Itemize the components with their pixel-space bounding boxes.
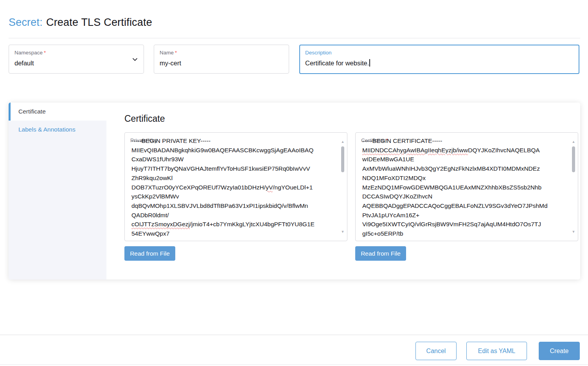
scroll-down-icon[interactable]: ▼: [340, 230, 345, 234]
name-label-text: Name: [160, 50, 174, 56]
key-line: HjuyT7ITHT7byQNaVGHAJtemflYvToHuSF1kwsiE…: [131, 164, 334, 173]
scroll-up-icon[interactable]: ▲: [571, 140, 576, 144]
text-caret: [369, 59, 370, 67]
description-label: Description: [305, 49, 574, 56]
certificate-textarea[interactable]: Certificate* -----BEGIN CERTIFICATE-----…: [355, 132, 578, 241]
name-field[interactable]: Name* my-cert: [154, 45, 289, 74]
key-line: QADbR0ldmt/: [131, 211, 334, 220]
key-line: NDQ1MFoXDTI2MDQx: [362, 173, 565, 183]
key-line: cOIJTTzSmoyxDGezj/jmioT4+cb7YmKkgLYjtcXU…: [131, 220, 334, 229]
title-divider: [9, 38, 580, 38]
key-line: ZhR9kqu2owKl: [131, 173, 334, 183]
key-line: dqBQvMOhp1XLSBVJVLbd8dTfIBPa63V1xPI1ipsk…: [131, 201, 334, 211]
page-bottom-divider: [0, 364, 588, 365]
key-line: DOB7XTuzrO0yYCeXPqOREUf7WzyIa01bDHzH/yV/…: [131, 183, 334, 192]
key-line: MIIEvQIBADANBgkqhkiG9w0BAQEFAASCBKcwggSj…: [131, 146, 334, 155]
cancel-button[interactable]: Cancel: [415, 342, 457, 360]
chevron-down-icon: [131, 56, 138, 63]
scroll-down-icon[interactable]: ▼: [571, 230, 576, 234]
description-field[interactable]: Description Certificate for website.: [299, 45, 579, 74]
required-asterisk: *: [44, 50, 46, 56]
key-line: gI5c+o5ERP/tb: [362, 229, 565, 237]
key-line: PtvJA1pUYcAm16Z+: [362, 211, 565, 220]
certificate-read-from-file-button[interactable]: Read from File: [355, 246, 406, 261]
scroll-up-icon[interactable]: ▲: [340, 140, 345, 144]
namespace-value: default: [14, 59, 138, 67]
private-key-content: -----BEGIN PRIVATE KEY-----MIIEvQIBADANB…: [131, 136, 334, 237]
tab-labels-annotations-label: Labels & Annotations: [18, 126, 76, 133]
resource-kind-label: Secret:: [9, 16, 43, 28]
tab-certificate-label: Certificate: [18, 108, 46, 115]
tab-certificate[interactable]: Certificate: [9, 103, 106, 121]
description-value: Certificate for website.: [305, 59, 574, 67]
key-line: AxMVbWluaWNhIHJvb3QgY2EgNzFkNzlxMB4XDTI0…: [362, 164, 565, 173]
description-value-text: Certificate for website.: [305, 59, 369, 67]
page-title-text: Create TLS Certificate: [46, 16, 152, 28]
private-key-read-from-file-button[interactable]: Read from File: [124, 246, 175, 261]
key-line: wIDEeMBwGA1UE: [362, 155, 565, 164]
scrollbar-thumb[interactable]: [572, 146, 575, 172]
footer-divider: [0, 335, 588, 335]
key-line: ysCkKp2VlBMWv: [131, 192, 334, 201]
secret-create-page: Secret:Create TLS Certificate Namespace*…: [0, 0, 588, 366]
tab-panel-content: Certificate Private Key -----BEGIN PRIVA…: [106, 103, 580, 279]
name-value: my-cert: [160, 59, 283, 67]
certificate-content: -----BEGIN CERTIFICATE-----MIIDNDCCAhygA…: [362, 136, 565, 237]
tab-panel: Certificate Labels & Annotations Certifi…: [9, 103, 580, 279]
namespace-label: Namespace*: [14, 49, 138, 56]
page-title: Secret:Create TLS Certificate: [9, 16, 152, 29]
name-label: Name*: [160, 49, 283, 56]
key-line: -----BEGIN CERTIFICATE-----: [362, 136, 565, 146]
key-line: CxaDWS1fUhr93W: [131, 155, 334, 164]
key-line: MIIDNDCCAhygAwIBAgIIeqhEyzjb/iwwDQYJKoZI…: [362, 146, 565, 155]
scrollbar-thumb[interactable]: [341, 146, 344, 172]
key-line: MzEzNDQ1MFowGDEWMBQGA1UEAxMNZXhhbXBsZS5s…: [362, 183, 565, 192]
key-line: DCCASIwDQYJKoZIhvcN: [362, 192, 565, 201]
private-key-scrollbar[interactable]: ▲ ▼: [340, 140, 345, 234]
key-line: AQEBBQADggEPADCCAQoCggEBALFoNZLV9SGv3dYe…: [362, 201, 565, 211]
create-button[interactable]: Create: [539, 342, 580, 360]
tab-list: Certificate Labels & Annotations: [9, 103, 106, 279]
certificate-scrollbar[interactable]: ▲ ▼: [571, 140, 576, 234]
key-line: -----BEGIN PRIVATE KEY-----: [131, 136, 334, 146]
edit-as-yaml-button[interactable]: Edit as YAML: [466, 342, 527, 360]
key-line: Vi9Oge5IXWTCyIQ/vlGrRsjBW9VmFH2Sq7ajAqUM…: [362, 220, 565, 229]
tab-labels-annotations[interactable]: Labels & Annotations: [9, 121, 106, 139]
key-line: 54EYwwQpx7: [131, 229, 334, 237]
private-key-textarea[interactable]: Private Key -----BEGIN PRIVATE KEY-----M…: [124, 132, 347, 241]
section-title: Certificate: [124, 114, 165, 124]
namespace-label-text: Namespace: [14, 50, 43, 56]
namespace-select[interactable]: Namespace* default: [9, 45, 144, 74]
required-asterisk: *: [175, 50, 177, 56]
